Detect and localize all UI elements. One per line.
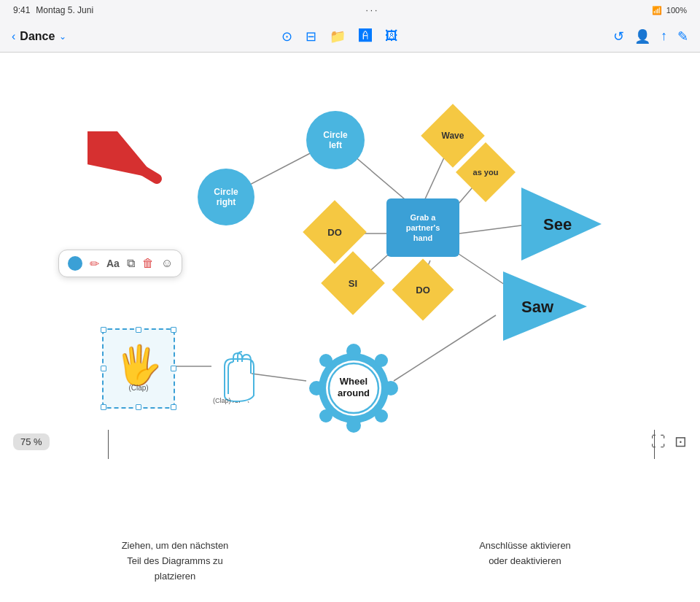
text-icon[interactable]: 🅰 [359,28,372,44]
floating-toolbar: ✏ Aa ⧉ 🗑 ☺ [58,250,182,277]
status-time: 9:41 [13,5,30,15]
wifi-icon: 📶 [652,6,662,15]
image-icon[interactable]: 🖼 [385,28,398,44]
clap1-label: (Clap) [128,384,148,392]
connection-toggle-icon[interactable]: ⛶ [651,433,666,450]
node-saw[interactable]: Saw [503,271,587,344]
svg-point-22 [384,381,398,395]
svg-point-20 [346,418,361,433]
svg-point-19 [346,344,361,358]
resize-handle-r[interactable] [171,366,176,371]
canvas-area[interactable]: Circle left Circle right Wave as you DO … [0,53,700,529]
annotation-left: Ziehen, um den nächsten Teil des Diagram… [0,538,350,584]
bottom-right-controls: ⛶ ⊡ [651,433,687,450]
annotation-line-right [654,430,655,459]
app-toolbar: ‹ Dance ⌄ ⊙ ⊟ 📁 🅰 🖼 ↺ 👤 ↑ ✎ [0,20,700,53]
media-icon[interactable]: 📁 [330,28,346,45]
svg-text:See: See [543,215,572,234]
svg-text:(Clap): (Clap) [232,401,250,403]
svg-point-26 [375,409,388,422]
fit-icon[interactable]: ⊡ [674,433,687,450]
undo-icon[interactable]: ↺ [613,28,624,45]
svg-line-9 [394,315,496,381]
red-arrow-annotation [88,131,175,197]
zoom-level[interactable]: 75 % [13,433,50,450]
svg-point-25 [319,409,332,422]
title-chevron-icon[interactable]: ⌄ [59,31,66,42]
annotation-line-left [108,430,109,459]
battery-level: 100% [666,6,687,15]
svg-line-13 [102,146,157,179]
pen-tool-icon[interactable]: ✏ [90,257,99,271]
svg-text:around: around [338,387,370,398]
resize-handle-l[interactable] [101,366,106,371]
node-circle-left[interactable]: Circle left [306,111,365,169]
edit-icon[interactable]: ✎ [677,28,688,45]
node-wheel-around[interactable]: Wheel around [306,341,401,439]
node-clap1-selected[interactable]: 🖐 (Clap) [102,328,175,409]
resize-handle-tr[interactable] [171,327,176,333]
node-grab[interactable]: Grab a partner's hand [386,198,459,257]
svg-text:Saw: Saw [521,298,554,316]
node-do1[interactable] [303,200,367,264]
back-button[interactable]: ‹ [12,30,15,43]
device-frame: 9:41 Montag 5. Juni ··· 📶 100% ‹ Dance ⌄… [0,0,700,602]
svg-text:Wheel: Wheel [340,376,368,387]
collaborate-icon[interactable]: 👤 [634,28,650,45]
resize-handle-t[interactable] [136,327,141,333]
color-swatch[interactable] [68,256,82,271]
resize-handle-br[interactable] [171,404,176,410]
text-format-button[interactable]: Aa [106,258,120,269]
node-see[interactable]: See [521,188,602,263]
emoji-button[interactable]: ☺ [161,257,173,270]
svg-point-23 [319,354,332,367]
resize-handle-b[interactable] [136,404,141,410]
annotation-right: Anschlüsse aktivieren oder deaktivieren [350,538,700,568]
document-title: Dance [20,30,55,43]
resize-handle-tl[interactable] [101,327,106,333]
share-icon[interactable]: ↑ [661,28,667,44]
resize-handle-bl[interactable] [101,404,106,410]
svg-point-24 [375,354,388,367]
node-circle-right[interactable]: Circle right [198,169,254,225]
svg-point-21 [309,381,324,395]
shapes-icon[interactable]: ⊙ [281,28,292,45]
delete-button[interactable]: 🗑 [142,257,154,270]
status-bar: 9:41 Montag 5. Juni ··· 📶 100% [0,0,700,20]
node-si[interactable] [321,251,385,315]
node-do2[interactable] [392,259,454,321]
node-clap2[interactable]: (Clap) (Clap) [210,344,262,403]
status-dots: ··· [365,5,379,15]
clap1-hand-icon: 🖐 [115,346,163,384]
status-date: Montag 5. Juni [36,5,93,15]
tables-icon[interactable]: ⊟ [306,28,316,45]
duplicate-button[interactable]: ⧉ [127,257,135,270]
annotations-bar: Ziehen, um den nächsten Teil des Diagram… [0,529,700,602]
